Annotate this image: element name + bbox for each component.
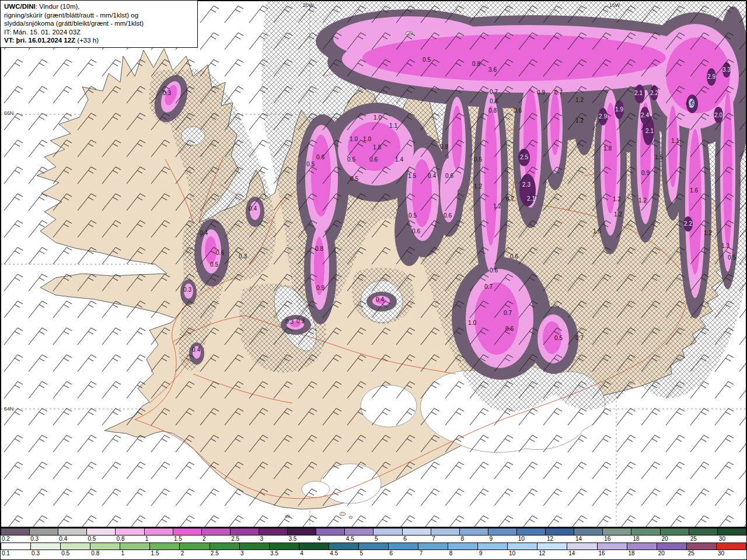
colorbar-segment [58,528,87,535]
colorbar-segment [120,543,150,550]
colorbar-tick-label: 4 [300,550,303,557]
colorbar-tick-label: 1 [145,536,149,542]
colorbar-segment [603,528,631,535]
colorbar-segment [345,528,374,535]
colorbar-tick-label: 6 [403,536,407,542]
colorbar-tick-label: 0.8 [117,536,125,542]
colorbar-tick-label: 25 [688,550,694,557]
colorbar-segment [259,528,288,535]
colorbar-tick-label: 20 [662,536,668,542]
colorbar-segment [299,543,329,550]
colorbar-tick-label: 0.8 [91,550,99,557]
colorbar-segment [231,528,259,535]
colorbar-tick-label: 20 [658,550,665,557]
colorbar-tick-label: 3 [240,550,244,557]
weather-map-viewport: 20W15W66N64N 0.50.83.60.70.90.72.12.22.9… [0,0,747,560]
colorbar-tick-label: 7 [432,536,435,542]
map-canvas: 20W15W66N64N 0.50.83.60.70.90.72.12.22.9… [1,1,746,528]
colorbar-tick-label: 4.5 [330,550,338,557]
colorbar-segment [61,543,90,550]
colorbar-segment [403,528,431,535]
colorbar-segment [460,528,488,535]
colorbar-tick-label: 14 [575,536,582,542]
colorbar-tick-label: 2.5 [211,550,219,557]
colorbar-segment [116,528,144,535]
colorbar-tick-label: 9 [479,550,483,557]
colorbar-segment [173,528,202,535]
colorbar-tick-label: 4 [317,536,321,542]
rain-colorbar: 0.10.30.50.811.522.533.544.5567891012141… [1,542,746,557]
colorbar-tick-label: 0.3 [30,536,39,542]
colorbar-tick-label: 1.5 [151,550,159,557]
colorbar-segment [329,543,359,550]
colorbar-tick-label: 18 [629,550,635,557]
colorbar-tick-label: 10 [509,550,515,557]
colorbar-segment [661,528,689,535]
info-box: UWC/DINI: Vindur (10m), rigning/skúrir (… [1,1,198,48]
colorbar-segment [210,543,240,550]
colorbar-segment [180,543,210,550]
legend-snow-line: slydda/snjókoma (grátt/bleikt/grænt - mm… [4,19,194,28]
colorbar-tick-label: 2 [181,550,184,557]
colorbar-segment [150,543,180,550]
colorbars: 0.20.30.40.50.811.522.533.544.5567891012… [1,528,746,557]
colorbar-tick-label: 1.5 [174,536,182,542]
colorbar-segment [359,543,389,550]
colorbar-tick-label: 0.3 [32,550,40,557]
colorbar-segment [1,543,31,550]
colorbar-segment [145,528,173,535]
colorbar-segment [546,528,574,535]
colorbar-segment [627,543,657,550]
rain-colorbar-ticks: 0.10.30.50.811.522.533.544.5567891012141… [1,550,746,557]
colorbar-segment [374,528,402,535]
colorbar-tick-label: 0.1 [2,550,10,557]
colorbar-tick-label: 2.5 [231,536,239,542]
colorbar-tick-label: 14 [568,550,575,557]
colorbar-segment [418,543,448,550]
colorbar-segment [30,528,58,535]
colorbar-segment [537,543,567,550]
valid-time: VT: þri. 16.01.2024 12Z [4,37,75,44]
colorbar-tick-label: 30 [719,536,725,542]
colorbar-tick-label: 8 [460,536,464,542]
colorbar-segment [202,528,231,535]
colorbar-tick-label: 0.5 [61,550,69,557]
colorbar-segment [631,528,660,535]
rain-colorbar-strip [1,542,746,550]
snow-colorbar-strip [1,528,746,536]
colorbar-segment [448,543,478,550]
colorbar-segment [31,543,61,550]
colorbar-tick-label: 8 [449,550,453,557]
legend-rain-line: rigning/skúrir (grænt/blátt/rautt - mm/1… [4,11,194,20]
colorbar-tick-label: 30 [718,550,724,557]
colorbar-tick-label: 0.5 [88,536,96,542]
colorbar-segment [1,528,30,535]
colorbar-tick-label: 4.5 [346,536,354,542]
colorbar-segment [689,528,718,535]
colorbar-tick-label: 9 [490,536,493,542]
colorbar-segment [431,528,460,535]
model-params: : Vindur (10m), [36,3,80,10]
colorbar-tick-label: 12 [539,550,545,557]
colorbar-segment [316,528,345,535]
colorbar-segment [240,543,270,550]
colorbar-tick-label: 5 [375,536,378,542]
colorbar-segment [90,543,120,550]
colorbar-tick-label: 0.2 [2,536,10,542]
colorbar-segment [389,543,418,550]
colorbar-tick-label: 5 [359,550,363,557]
colorbar-tick-label: 3 [260,536,263,542]
colorbar-tick-label: 3.5 [289,536,297,542]
colorbar-segment [270,543,299,550]
colorbar-tick-label: 12 [547,536,553,542]
colorbar-tick-label: 3.5 [270,550,278,557]
snow-colorbar-ticks: 0.20.30.40.50.811.522.533.544.5567891012… [1,536,746,542]
wind-barbs-layer [1,1,746,527]
colorbar-tick-label: 10 [518,536,525,542]
colorbar-segment [288,528,316,535]
colorbar-segment [508,543,537,550]
colorbar-segment [87,528,116,535]
colorbar-tick-label: 25 [690,536,697,542]
colorbar-segment [718,528,746,535]
colorbar-tick-label: 6 [390,550,393,557]
